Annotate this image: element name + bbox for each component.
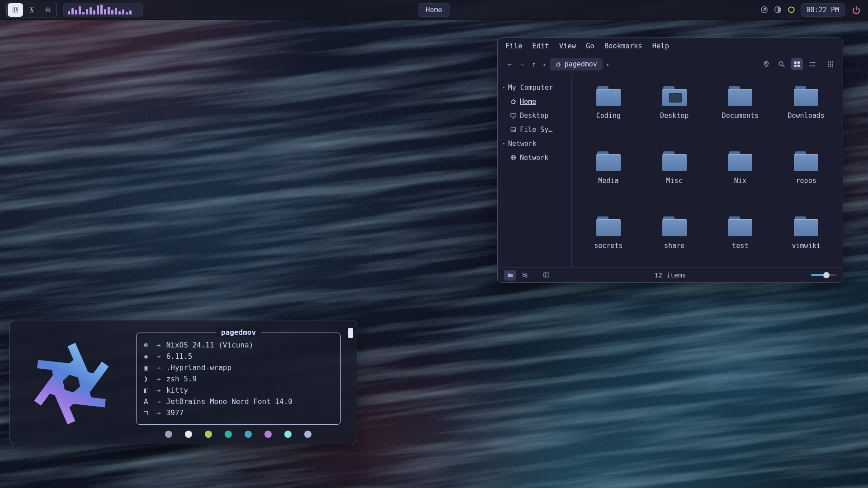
- sidebar-item-label: File Sy…: [520, 126, 552, 134]
- path-button[interactable]: pagedmov: [550, 58, 603, 70]
- sidebar-section-my-computer[interactable]: ▾My Computer: [498, 80, 571, 94]
- viz-bar: [86, 9, 88, 14]
- palette-dot-3: [205, 431, 212, 438]
- folder-grid: CodingDesktopDocumentsDownloadsMediaMisc…: [572, 74, 843, 267]
- section-label: My Computer: [508, 84, 553, 92]
- sidebar-item-desktop[interactable]: Desktop: [498, 108, 571, 122]
- file-manager-window[interactable]: FileEditViewGoBookmarksHelp ← → ↑ ◂ page…: [497, 38, 843, 283]
- folder-media[interactable]: Media: [577, 151, 640, 216]
- zoom-slider-handle[interactable]: [823, 272, 830, 278]
- folder-downloads[interactable]: Downloads: [774, 86, 838, 151]
- workspace-glyph-2: [28, 6, 35, 14]
- menu-view[interactable]: View: [559, 42, 576, 50]
- folder-icon-body: [662, 154, 687, 171]
- list-view-icon: [809, 61, 816, 68]
- folder-label: Media: [598, 177, 618, 185]
- sidebar-item-network[interactable]: Network: [498, 150, 571, 164]
- viz-bar: [82, 12, 85, 14]
- arrow-circle-icon[interactable]: [760, 5, 769, 14]
- top-bar: Home 08:22 PM: [0, 0, 868, 20]
- hostname-title: pagedmov: [216, 328, 261, 337]
- info-row-packages: ❒→3977: [144, 407, 340, 418]
- viz-bar: [93, 10, 95, 14]
- workspace-button-1[interactable]: [8, 3, 23, 17]
- chevron-down-icon[interactable]: ▾: [502, 141, 505, 146]
- forward-button[interactable]: →: [516, 60, 528, 69]
- path-label: pagedmov: [565, 60, 597, 68]
- info-row-nix: ❄→NixOS 24.11 (Vicuna): [144, 339, 340, 351]
- places-button[interactable]: [504, 270, 516, 281]
- folder-icon-body: [662, 219, 687, 236]
- folder-icon: [794, 86, 818, 106]
- sidebar-tree: ▾My ComputerHomeDesktopFile Sy…▾NetworkN…: [498, 74, 572, 267]
- location-pin-button[interactable]: [760, 58, 772, 70]
- breadcrumb-right-icon[interactable]: ▸: [604, 61, 613, 68]
- menu-edit[interactable]: Edit: [532, 42, 549, 50]
- menu-help[interactable]: Help: [652, 42, 669, 50]
- info-value: .Hyprland-wrapp: [166, 363, 232, 372]
- sidebar-section-network[interactable]: ▾Network: [498, 136, 571, 150]
- breadcrumb-left-icon[interactable]: ◂: [540, 61, 549, 68]
- menu-file[interactable]: File: [505, 42, 522, 50]
- palette-dot-1: [165, 431, 172, 438]
- folder-label: share: [664, 242, 684, 250]
- folder-label: Documents: [722, 112, 759, 120]
- viz-bar: [108, 7, 110, 14]
- nixos-logo: [29, 341, 114, 426]
- sidebar-item-label: Network: [520, 154, 548, 162]
- palette-dot-8: [304, 431, 311, 438]
- zoom-slider[interactable]: [811, 274, 836, 276]
- arrow-icon: →: [156, 386, 161, 394]
- compact-view-button[interactable]: [825, 58, 836, 70]
- terminal-window[interactable]: pagedmov ❄→NixOS 24.11 (Vicuna)◈→6.11.5▣…: [9, 320, 357, 444]
- folder-icon: [794, 151, 818, 171]
- folder-label: Coding: [596, 112, 621, 120]
- search-button[interactable]: [776, 58, 788, 70]
- topbar-status-cluster: 08:22 PM: [760, 3, 861, 17]
- folder-coding[interactable]: Coding: [577, 86, 640, 151]
- sidebar-item-file-sy-[interactable]: File Sy…: [498, 122, 571, 136]
- directory-tree-button[interactable]: [519, 270, 530, 281]
- workspace-switcher: [6, 2, 57, 18]
- palette-dot-5: [245, 431, 252, 438]
- folder-icon-body: [794, 89, 818, 106]
- sidebar-item-home[interactable]: Home: [498, 94, 571, 108]
- folder-desktop[interactable]: Desktop: [643, 86, 706, 151]
- folder-repos[interactable]: repos: [774, 151, 838, 216]
- viz-bar: [129, 10, 132, 14]
- info-row-shell: ❯→zsh 5.9: [144, 373, 340, 385]
- folder-label: Downloads: [788, 112, 824, 120]
- folder-documents[interactable]: Documents: [708, 86, 772, 151]
- palette-dot-6: [264, 431, 272, 438]
- palette-dot-7: [284, 431, 292, 438]
- viz-bar: [75, 10, 77, 14]
- chevron-down-icon[interactable]: ▾: [502, 84, 505, 90]
- side-pane-icon: [543, 272, 550, 278]
- viz-bar: [71, 8, 74, 14]
- power-icon[interactable]: [852, 5, 861, 14]
- side-pane-toggle[interactable]: [540, 270, 552, 281]
- filesystem-icon: [510, 126, 517, 133]
- list-view-button[interactable]: [807, 58, 818, 70]
- night-light-icon[interactable]: [774, 5, 782, 14]
- folder-misc[interactable]: Misc: [643, 151, 706, 216]
- arrow-icon: →: [156, 375, 161, 383]
- folder-icon: [596, 151, 621, 171]
- up-button[interactable]: ↑: [528, 60, 540, 69]
- arrow-icon: →: [156, 341, 161, 349]
- tree-icon: [521, 272, 528, 278]
- folder-label: secrets: [594, 242, 623, 250]
- folder-icon-body: [596, 154, 621, 171]
- workspace-button-2[interactable]: [24, 3, 39, 17]
- sidebar-item-label: Home: [520, 98, 536, 106]
- circle-indicator-icon[interactable]: [787, 5, 796, 14]
- folder-nix[interactable]: Nix: [708, 151, 772, 216]
- menu-go[interactable]: Go: [586, 42, 594, 50]
- icon-view-button[interactable]: [791, 58, 803, 70]
- back-button[interactable]: ←: [504, 60, 516, 69]
- active-window-title[interactable]: Home: [418, 3, 450, 17]
- info-row-font: A→JetBrains Mono Nerd Font 14.0: [144, 396, 340, 407]
- workspace-button-3[interactable]: [40, 3, 56, 17]
- info-row-kernel: ◈→6.11.5: [144, 351, 340, 362]
- menu-bookmarks[interactable]: Bookmarks: [604, 42, 642, 50]
